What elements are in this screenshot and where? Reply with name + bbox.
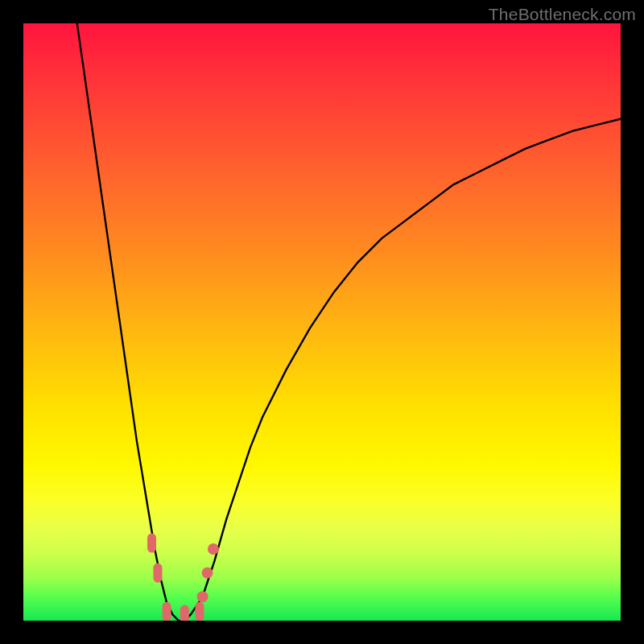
curves-layer <box>23 23 621 621</box>
chart-frame: TheBottleneck.com <box>0 0 644 644</box>
valley-marker <box>153 564 162 583</box>
valley-marker <box>180 605 189 621</box>
valley-marker <box>197 591 208 602</box>
valley-marker <box>147 534 156 553</box>
curve-right <box>184 119 621 621</box>
valley-markers <box>147 534 219 621</box>
valley-marker <box>208 543 219 555</box>
valley-marker <box>195 602 204 621</box>
valley-marker <box>163 602 171 621</box>
curve-left <box>77 23 185 621</box>
valley-marker <box>202 568 213 579</box>
watermark-text: TheBottleneck.com <box>489 5 636 24</box>
plot-area <box>23 23 621 621</box>
